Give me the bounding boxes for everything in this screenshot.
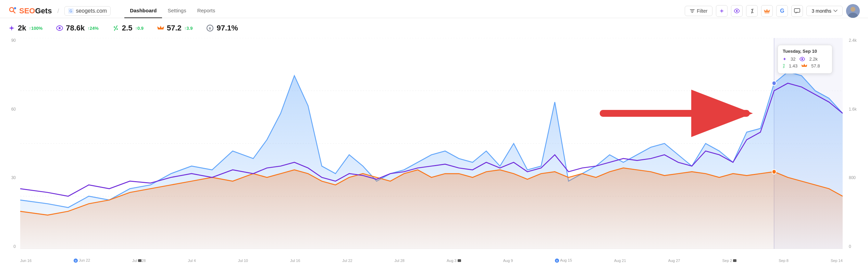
eye-stat-icon bbox=[56, 25, 63, 31]
logo-area: SEOGets / G seogets.com bbox=[8, 6, 111, 16]
user-avatar[interactable] bbox=[846, 4, 860, 18]
nav-tabs: Dashboard Settings Reports bbox=[124, 4, 221, 18]
svg-line-1 bbox=[13, 11, 15, 13]
tooltip-impressions: 2.2k bbox=[809, 57, 818, 62]
x-label-aug21: Aug 21 bbox=[614, 259, 626, 263]
x-label-jun16: Jun 16 bbox=[20, 259, 32, 263]
chat-marker bbox=[138, 259, 141, 263]
time-range-value: 3 months bbox=[811, 8, 831, 14]
x-label-aug3: Aug 3 bbox=[447, 259, 461, 263]
tooltip-date: Tuesday, Sep 10 bbox=[783, 49, 827, 54]
y-right-label-2400: 2.4k bbox=[849, 38, 860, 43]
google-marker2: G bbox=[555, 259, 559, 263]
crown-icon bbox=[764, 8, 770, 14]
logo-gets: Gets bbox=[35, 7, 52, 15]
position-change: ↑3.9 bbox=[184, 26, 193, 31]
tooltip-slash-icon: ⁒ bbox=[783, 63, 785, 68]
svg-rect-32 bbox=[458, 259, 461, 262]
slash-stat-icon bbox=[112, 25, 119, 32]
x-label-sep8: Sep 8 bbox=[779, 259, 789, 263]
y-right-label-800: 800 bbox=[849, 175, 860, 180]
y-left-label-90: 90 bbox=[8, 38, 16, 43]
site-icon: G bbox=[68, 8, 74, 14]
svg-point-14 bbox=[116, 28, 118, 30]
x-label-jun22: G Jun 22 bbox=[74, 258, 90, 263]
chart-container: 90 60 30 0 2.4k 1.6k 800 0 bbox=[8, 38, 860, 263]
y-axis-right: 2.4k 1.6k 800 0 bbox=[846, 38, 860, 249]
y-axis-left: 90 60 30 0 bbox=[8, 38, 18, 249]
stat-clicks: 2k ↑100% bbox=[8, 24, 42, 33]
sparkle-button[interactable] bbox=[716, 5, 728, 17]
impressions-change: ↑24% bbox=[87, 26, 99, 31]
tab-reports[interactable]: Reports bbox=[192, 4, 221, 18]
x-label-jul28a: Jul 28 bbox=[132, 259, 146, 263]
svg-point-9 bbox=[851, 7, 855, 12]
eye-icon bbox=[734, 9, 740, 13]
x-label-aug27: Aug 27 bbox=[668, 259, 680, 263]
x-axis: Jun 16 G Jun 22 Jul 28 Jul 4 Jul 10 Jul … bbox=[20, 252, 843, 263]
slash-icon: ⁒ bbox=[751, 8, 753, 14]
filter-icon bbox=[690, 9, 695, 13]
site-name: seogets.com bbox=[76, 8, 107, 14]
svg-line-12 bbox=[114, 26, 117, 30]
header: SEOGets / G seogets.com Dashboard Settin… bbox=[0, 0, 868, 18]
svg-point-26 bbox=[772, 81, 776, 85]
header-divider: / bbox=[57, 8, 59, 15]
clicks-change: ↑100% bbox=[29, 26, 42, 31]
svg-rect-7 bbox=[794, 9, 800, 12]
y-left-label-0: 0 bbox=[8, 244, 16, 249]
google-button[interactable]: G bbox=[776, 5, 788, 17]
y-left-label-30: 30 bbox=[8, 175, 16, 180]
x-label-jul16: Jul 16 bbox=[290, 259, 300, 263]
site-badge[interactable]: G seogets.com bbox=[64, 6, 111, 16]
slash-button[interactable]: ⁒ bbox=[746, 5, 758, 17]
chat-marker3 bbox=[733, 259, 736, 263]
chart-svg-wrapper bbox=[20, 38, 843, 249]
eye-button[interactable] bbox=[731, 5, 743, 17]
tooltip-position: 57.8 bbox=[811, 63, 820, 68]
time-range-selector[interactable]: 3 months bbox=[806, 6, 843, 16]
x-label-jul10: Jul 10 bbox=[238, 259, 248, 263]
svg-point-5 bbox=[736, 10, 738, 12]
tooltip-row2: ⁒ 1.43 57.8 bbox=[783, 63, 827, 68]
svg-rect-35 bbox=[733, 259, 736, 262]
header-right: Filter ⁒ G bbox=[685, 4, 860, 18]
logo-seo: SEO bbox=[19, 7, 35, 15]
crown-button[interactable] bbox=[761, 5, 773, 17]
position-value: 57.2 bbox=[167, 24, 182, 33]
sparkle-stat-icon bbox=[8, 25, 15, 32]
stat-position: 57.2 ↑3.9 bbox=[157, 24, 193, 33]
index-value: 97.1% bbox=[216, 24, 238, 33]
tooltip-ctr: 1.43 bbox=[789, 63, 797, 68]
y-right-label-0: 0 bbox=[849, 244, 860, 249]
stat-impressions: 78.6k ↑24% bbox=[56, 24, 99, 33]
tooltip-clicks: 32 bbox=[791, 57, 795, 62]
svg-text:G: G bbox=[75, 260, 77, 262]
tab-settings[interactable]: Settings bbox=[162, 4, 191, 18]
tooltip-sparkle-icon: ✦ bbox=[783, 57, 786, 62]
tooltip-crown-icon bbox=[802, 63, 807, 68]
svg-point-13 bbox=[114, 26, 115, 28]
impressions-value: 78.6k bbox=[66, 24, 85, 33]
tooltip: Tuesday, Sep 10 ✦ 32 2.2k ⁒ 1.43 57.8 bbox=[778, 45, 832, 74]
x-label-jul28b: Jul 28 bbox=[395, 259, 405, 263]
tooltip-eye-icon bbox=[799, 57, 805, 61]
index-stat-icon: B bbox=[206, 24, 214, 32]
stat-ctr: 2.5 ↑0.9 bbox=[112, 24, 144, 33]
filter-label: Filter bbox=[697, 8, 707, 14]
filter-button[interactable]: Filter bbox=[685, 6, 712, 16]
stat-index: B 97.1% bbox=[206, 24, 238, 33]
ctr-change: ↑0.9 bbox=[135, 26, 144, 31]
tooltip-row1: ✦ 32 2.2k bbox=[783, 57, 827, 62]
svg-text:B: B bbox=[209, 27, 211, 30]
crown-stat-icon bbox=[157, 25, 164, 31]
chat-button[interactable] bbox=[791, 5, 803, 17]
chart-area: 90 60 30 0 2.4k 1.6k 800 0 bbox=[0, 38, 868, 269]
avatar-image bbox=[846, 4, 860, 18]
x-label-aug9: Aug 9 bbox=[503, 259, 513, 263]
x-label-jul4: Jul 4 bbox=[188, 259, 196, 263]
x-label-jul22: Jul 22 bbox=[342, 259, 352, 263]
chat-icon bbox=[794, 8, 800, 14]
tab-dashboard[interactable]: Dashboard bbox=[124, 4, 162, 18]
y-left-label-60: 60 bbox=[8, 107, 16, 112]
